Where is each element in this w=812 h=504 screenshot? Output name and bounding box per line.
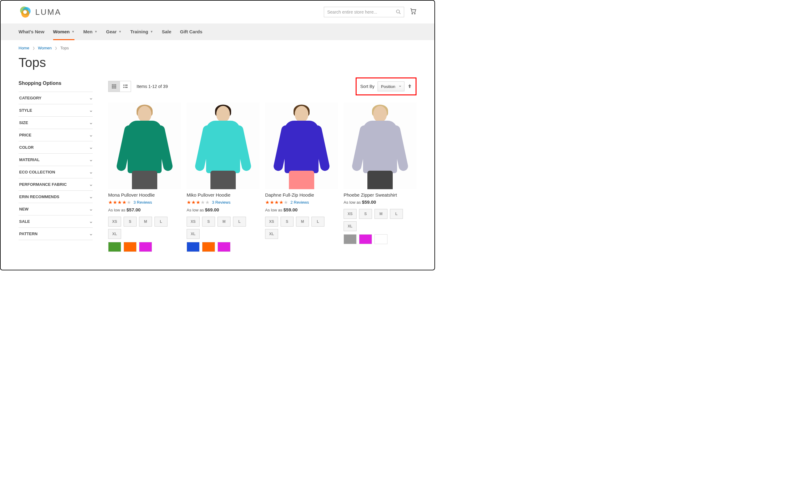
nav-item-men[interactable]: Men▼ [83,23,97,40]
size-swatch[interactable]: L [233,217,246,227]
nav-item-training[interactable]: Training▼ [130,23,153,40]
svg-rect-20 [125,87,128,88]
size-swatch[interactable]: M [375,209,387,219]
color-swatch[interactable] [108,242,121,252]
nav-item-women[interactable]: Women▼ [53,23,75,40]
product-image[interactable] [108,103,181,189]
chevron-down-icon: ▼ [150,30,153,33]
size-swatch[interactable]: M [218,217,231,227]
size-swatches: XSSMLXL [265,217,338,239]
filter-category[interactable]: CATEGORY⌵ [19,92,93,104]
reviews-link[interactable]: 3 Reviews [133,200,152,205]
color-swatch[interactable] [359,234,372,244]
toolbar-left: Items 1-12 of 39 [108,81,168,92]
color-swatch[interactable] [139,242,152,252]
logo[interactable]: LUMA [19,6,61,19]
product-name[interactable]: Daphne Full-Zip Hoodie [265,192,338,198]
search-icon[interactable] [396,9,401,15]
filter-label: CATEGORY [19,96,41,100]
filter-label: ECO COLLECTION [19,170,55,174]
color-swatch[interactable] [186,242,199,252]
size-swatch[interactable]: L [390,209,403,219]
item-count: Items 1-12 of 39 [136,84,168,89]
size-swatch[interactable]: XL [344,221,357,231]
product-name[interactable]: Mona Pullover Hoodlie [108,192,181,198]
size-swatch[interactable]: XS [265,217,278,227]
product-card: Phoebe Zipper SweatshirtAs low as $59.00… [344,103,416,255]
chevron-down-icon: ⌵ [90,96,92,100]
filter-label: COLOR [19,145,34,150]
color-swatch[interactable] [123,242,136,252]
nav-item-sale[interactable]: Sale [162,23,171,40]
sort-by-label: Sort By [360,84,375,89]
size-swatch[interactable]: XS [108,217,121,227]
svg-point-3 [23,10,27,14]
size-swatch[interactable]: S [359,209,372,219]
filter-material[interactable]: MATERIAL⌵ [19,153,93,166]
price-row: As low as $59.00 [344,199,416,205]
size-swatch[interactable]: XL [108,229,121,239]
search-box[interactable] [324,7,404,17]
size-swatch[interactable]: XS [186,217,199,227]
size-swatch[interactable]: M [296,217,309,227]
nav-item-gift-cards[interactable]: Gift Cards [180,23,203,40]
size-swatch[interactable]: XL [265,229,278,239]
size-swatch[interactable]: S [202,217,215,227]
breadcrumb-item[interactable]: Home [19,46,29,50]
product-image[interactable] [186,103,260,189]
product-card: Daphne Full-Zip Hoodie★★★★★2 ReviewsAs l… [265,103,338,255]
product-name[interactable]: Miko Pullover Hoodie [186,192,260,198]
size-swatch[interactable]: S [281,217,294,227]
nav-item-what-s-new[interactable]: What's New [19,23,44,40]
sort-direction-button[interactable] [408,84,412,89]
star-icon: ★ [196,199,200,205]
size-swatch[interactable]: XL [186,229,199,239]
star-icon: ★ [265,199,270,205]
breadcrumb-item[interactable]: Women [38,46,52,50]
filter-new[interactable]: NEW⌵ [19,203,93,215]
filter-eco-collection[interactable]: ECO COLLECTION⌵ [19,166,93,178]
nav-label: What's New [19,29,44,34]
price: $59.00 [362,199,376,205]
size-swatch[interactable]: S [123,217,136,227]
filter-pattern[interactable]: PATTERN⌵ [19,227,93,240]
price-prefix: As low as [108,208,125,212]
product-image[interactable] [344,103,416,189]
color-swatch[interactable] [202,242,215,252]
filter-size[interactable]: SIZE⌵ [19,116,93,129]
star-icon: ★ [270,199,274,205]
chevron-down-icon: ▼ [94,30,97,33]
size-swatch[interactable]: L [312,217,324,227]
nav-item-gear[interactable]: Gear▼ [106,23,121,40]
color-swatch[interactable] [375,234,387,244]
list-view-button[interactable] [119,81,131,92]
filter-erin-recommends[interactable]: ERIN RECOMMENDS⌵ [19,190,93,203]
sort-by-select[interactable]: Position [378,81,404,91]
reviews-link[interactable]: 3 Reviews [212,200,231,205]
svg-rect-10 [115,84,116,85]
size-swatch[interactable]: M [139,217,152,227]
grid-view-button[interactable] [108,81,119,92]
filter-sale[interactable]: SALE⌵ [19,215,93,227]
svg-point-6 [412,13,413,14]
product-image[interactable] [265,103,338,189]
chevron-down-icon: ⌵ [90,207,92,211]
product-name[interactable]: Phoebe Zipper Sweatshirt [344,192,416,198]
size-swatch[interactable]: L [154,217,167,227]
search-input[interactable] [327,10,396,15]
cart-icon[interactable] [410,8,416,16]
star-icon: ★ [127,199,131,205]
size-swatch[interactable]: XS [344,209,357,219]
filter-price[interactable]: PRICE⌵ [19,129,93,141]
star-icon: ★ [274,199,279,205]
product-card: Mona Pullover Hoodlie★★★★★3 ReviewsAs lo… [108,103,181,255]
reviews-link[interactable]: 2 Reviews [291,200,309,205]
filter-style[interactable]: STYLE⌵ [19,104,93,116]
nav-label: Training [130,29,148,34]
filter-performance-fabric[interactable]: PERFORMANCE FABRIC⌵ [19,178,93,190]
color-swatch[interactable] [344,234,357,244]
filter-color[interactable]: COLOR⌵ [19,141,93,153]
color-swatch[interactable] [218,242,231,252]
star-rating: ★★★★★ [265,199,288,205]
breadcrumb-item: Tops [60,46,69,50]
